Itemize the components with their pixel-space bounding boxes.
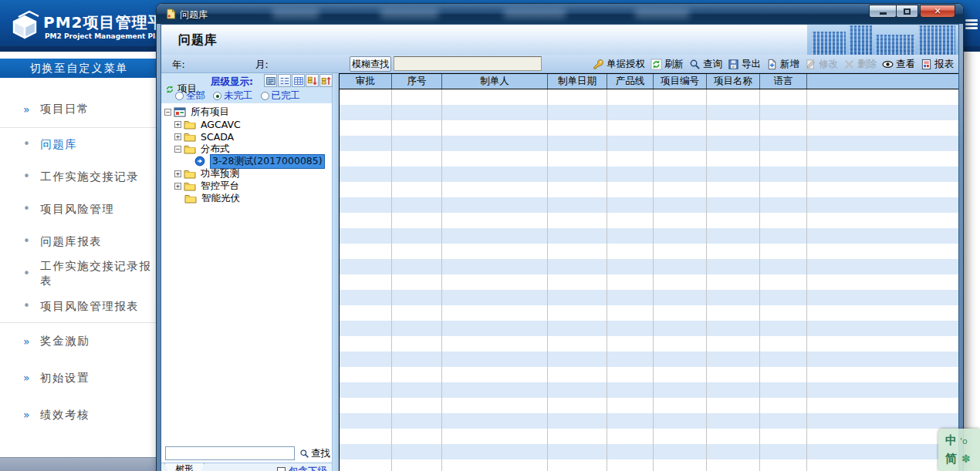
- sidebar-item-4[interactable]: •问题库报表: [0, 225, 158, 257]
- table-row[interactable]: [340, 259, 958, 274]
- include-sublevel-checkbox[interactable]: 包含下级: [277, 465, 327, 471]
- tree-node-label[interactable]: 智能光伏: [201, 192, 240, 205]
- toolbar-button-search[interactable]: 查询: [689, 58, 722, 71]
- expand-icon[interactable]: +: [174, 121, 181, 128]
- table-row[interactable]: [340, 274, 958, 290]
- tree-node[interactable]: +智控平台: [164, 180, 332, 192]
- table-row[interactable]: [340, 197, 958, 213]
- table-row[interactable]: [340, 382, 958, 398]
- view-card-icon[interactable]: [264, 74, 277, 87]
- tree-search-button[interactable]: 查找: [311, 447, 330, 460]
- table-row[interactable]: [340, 228, 958, 244]
- column-header-2[interactable]: 制单人: [442, 74, 548, 89]
- sidebar-item-6[interactable]: •项目风险管理报表: [0, 290, 158, 322]
- sidebar-item-2[interactable]: •工作实施交接记录: [0, 160, 158, 193]
- tree-search-input[interactable]: [165, 446, 295, 460]
- table-row[interactable]: [340, 244, 958, 259]
- sidebar-group-0[interactable]: »项目日常: [0, 91, 158, 128]
- maximize-button[interactable]: [897, 5, 918, 18]
- tree-node-label[interactable]: 功率预测: [201, 167, 239, 180]
- collapse-icon[interactable]: −: [174, 146, 181, 153]
- switch-menu-button[interactable]: 切换至自定义菜单: [0, 59, 158, 78]
- issue-library-window: 问题库 ✕ 问题库 年: 月: 模糊查找 单据授权刷新查询导出新增修改删除查看报…: [157, 4, 963, 471]
- sidebar-item-5[interactable]: •工作实施交接记录报表: [0, 257, 158, 290]
- ime-indicator[interactable]: 中'o 简✽: [938, 429, 980, 471]
- sidebar-group-9[interactable]: »绩效考核: [0, 396, 158, 433]
- table-row[interactable]: [340, 459, 958, 471]
- table-row[interactable]: [340, 336, 958, 352]
- table-row[interactable]: [340, 167, 958, 182]
- report-icon: [921, 59, 932, 70]
- table-row[interactable]: [340, 105, 958, 120]
- table-row[interactable]: [340, 213, 958, 228]
- table-row[interactable]: [340, 182, 958, 197]
- tree-node[interactable]: 智能光伏: [164, 192, 332, 204]
- tab-tree-view[interactable]: 树形: [164, 463, 204, 471]
- table-row[interactable]: [340, 89, 958, 105]
- column-header-3[interactable]: 制单日期: [548, 74, 607, 89]
- table-row[interactable]: [340, 444, 958, 459]
- radio-label[interactable]: 全部: [186, 89, 205, 103]
- tree-node-label[interactable]: SCADA: [201, 131, 234, 143]
- sidebar-group-8[interactable]: »初始设置: [0, 359, 158, 396]
- table-row[interactable]: [340, 413, 958, 429]
- tree-node-label[interactable]: 所有项目: [191, 106, 229, 119]
- sort-ascending-icon[interactable]: [319, 74, 333, 87]
- view-grid-icon[interactable]: [292, 74, 305, 87]
- collapse-icon[interactable]: −: [164, 109, 171, 116]
- radio-1-checked[interactable]: [213, 92, 221, 100]
- toolbar-button-refresh[interactable]: 刷新: [651, 58, 684, 71]
- tree-node-label[interactable]: 智控平台: [201, 180, 239, 193]
- column-header-1[interactable]: 序号: [392, 74, 442, 89]
- column-header-7[interactable]: 语言: [760, 74, 807, 89]
- toolbar-button-export[interactable]: 导出: [728, 58, 761, 71]
- sidebar-item-1[interactable]: •问题库: [0, 128, 158, 160]
- key-icon: [593, 59, 604, 70]
- tree-node[interactable]: +AGCAVC: [164, 118, 332, 130]
- fuzzy-search-button[interactable]: 模糊查找: [350, 56, 391, 72]
- expand-icon[interactable]: +: [174, 133, 181, 140]
- toolbar-button-report[interactable]: 报表: [921, 58, 954, 71]
- table-row[interactable]: [340, 367, 958, 382]
- tree-node[interactable]: 3-28测试(2017000085): [164, 155, 332, 167]
- column-header-0[interactable]: 审批: [340, 74, 392, 89]
- sidebar-group-7[interactable]: »奖金激励: [0, 322, 158, 359]
- expand-icon[interactable]: +: [174, 183, 181, 190]
- toolbar-button-add-doc[interactable]: 新增: [766, 58, 799, 71]
- view-list-icon[interactable]: [278, 74, 291, 87]
- close-button[interactable]: ✕: [920, 5, 955, 18]
- radio-label[interactable]: 已完工: [272, 89, 301, 103]
- table-row[interactable]: [340, 398, 958, 413]
- table-row[interactable]: [340, 352, 958, 367]
- window-titlebar[interactable]: 问题库 ✕: [157, 4, 963, 24]
- sidebar-item-3[interactable]: •项目风险管理: [0, 193, 158, 225]
- tree-node[interactable]: +功率预测: [164, 167, 332, 180]
- refresh-icon: [651, 59, 662, 70]
- tree-node-label[interactable]: AGCAVC: [201, 119, 241, 130]
- radio-0[interactable]: [175, 92, 184, 100]
- panel-splitter[interactable]: [333, 73, 339, 471]
- table-row[interactable]: [340, 120, 958, 136]
- column-header-6[interactable]: 项目名称: [707, 74, 760, 89]
- table-row[interactable]: [340, 290, 958, 305]
- cube-logo-icon: [8, 8, 40, 43]
- table-row[interactable]: [340, 136, 958, 151]
- table-row[interactable]: [340, 429, 958, 444]
- hamburger-icon[interactable]: [965, 19, 978, 29]
- table-row[interactable]: [340, 321, 958, 336]
- radio-2[interactable]: [261, 92, 269, 100]
- column-header-4[interactable]: 产品线: [607, 74, 654, 89]
- radio-label[interactable]: 未完工: [224, 89, 253, 103]
- toolbar-button-eye[interactable]: 查看: [882, 58, 915, 71]
- minimize-button[interactable]: [869, 5, 897, 18]
- column-header-5[interactable]: 项目编号: [654, 74, 707, 89]
- tree-node[interactable]: −所有项目: [164, 106, 332, 118]
- tree-node[interactable]: +SCADA: [164, 130, 332, 143]
- sort-descending-icon[interactable]: [306, 74, 319, 87]
- table-row[interactable]: [340, 305, 958, 321]
- expand-icon[interactable]: +: [174, 170, 181, 177]
- fuzzy-search-input[interactable]: [394, 56, 542, 71]
- table-row[interactable]: [340, 151, 958, 167]
- toolbar-button-key[interactable]: 单据授权: [593, 58, 645, 71]
- checkbox-icon[interactable]: [277, 467, 286, 471]
